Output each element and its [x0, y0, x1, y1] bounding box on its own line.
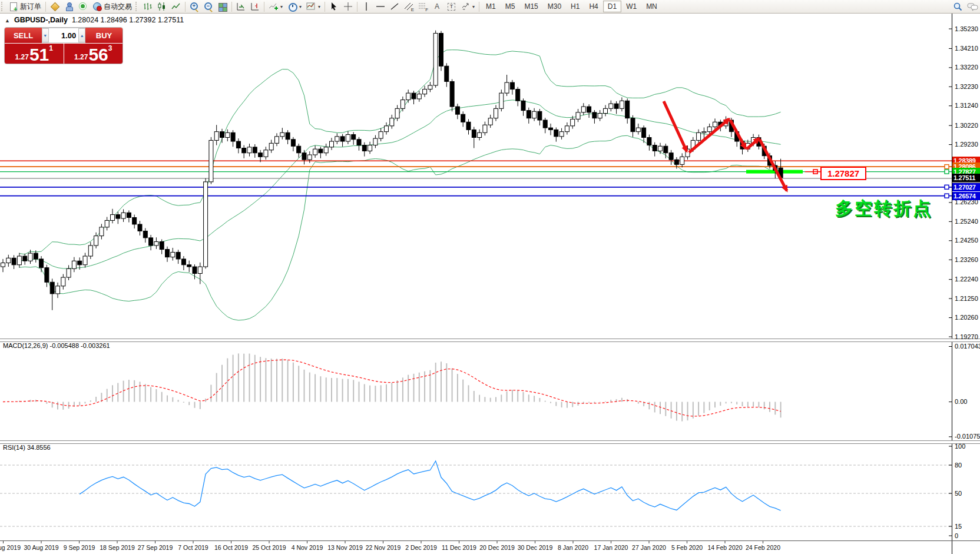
- timeframe-m30[interactable]: M30: [543, 1, 566, 12]
- date-tick-label: 21 Aug 2019: [0, 544, 21, 551]
- candlestick-chart-button[interactable]: [155, 0, 169, 13]
- fibonacci-icon: F: [418, 2, 428, 11]
- separator: [45, 2, 46, 12]
- candle: [83, 256, 87, 265]
- periods-button[interactable]: ▾: [285, 0, 304, 13]
- timeframe-m5[interactable]: M5: [501, 1, 520, 12]
- rsi-tick-label: 100: [955, 443, 965, 450]
- line-handle[interactable]: [945, 194, 949, 198]
- candle: [286, 132, 290, 139]
- date-tick-label: 18 Sep 2019: [100, 544, 135, 551]
- trendline-tool[interactable]: [388, 0, 402, 13]
- candle: [56, 286, 60, 294]
- candle: [133, 217, 137, 224]
- candle: [28, 253, 32, 261]
- buy-price-button[interactable]: 1.27 56 3: [64, 44, 123, 64]
- horizontal-line-tool[interactable]: [373, 0, 388, 13]
- candle: [181, 259, 186, 265]
- chart-shift-button[interactable]: [248, 0, 262, 13]
- mt4-window: + 新订单 自动交易 + − ▾ ▾: [0, 0, 980, 554]
- candle: [330, 141, 334, 147]
- date-tick-label: 30 Aug 2019: [24, 544, 59, 551]
- candle: [187, 265, 191, 267]
- chart-canvas[interactable]: [0, 0, 980, 554]
- zoom-in-button[interactable]: +: [187, 0, 201, 13]
- templates-button[interactable]: ▾: [304, 0, 323, 13]
- candle: [664, 146, 668, 152]
- buy-price-pip: 3: [108, 44, 112, 52]
- auto-trading-button[interactable]: 自动交易: [90, 0, 134, 13]
- candle: [154, 241, 158, 246]
- fibonacci-tool[interactable]: F: [416, 0, 430, 13]
- trend-arrow[interactable]: [689, 119, 729, 152]
- candle: [67, 268, 71, 277]
- candle: [143, 231, 147, 237]
- signals-button[interactable]: [76, 0, 90, 13]
- price-tick-label: 1.33220: [955, 64, 978, 71]
- new-order-button[interactable]: + 新订单: [6, 0, 44, 13]
- trend-arrow[interactable]: [664, 101, 687, 151]
- indicators-add-icon: [269, 2, 278, 11]
- line-handle[interactable]: [945, 185, 949, 189]
- main-toolbar: + 新订单 自动交易 + − ▾ ▾: [0, 0, 980, 14]
- candle: [565, 126, 569, 132]
- indicators-button[interactable]: ▾: [266, 0, 285, 13]
- chart-title: ▲ GBPUSD-,Daily 1.28024 1.28496 1.27392 …: [5, 16, 184, 24]
- chat-icon[interactable]: [967, 2, 976, 11]
- panel-divider-macd[interactable]: [0, 339, 980, 342]
- expert-advisors-button[interactable]: [62, 0, 76, 13]
- line-handle[interactable]: [945, 165, 949, 169]
- price-callout-label[interactable]: 1.27827: [820, 167, 866, 180]
- crosshair-tool-button[interactable]: [341, 0, 355, 13]
- candle: [598, 114, 602, 118]
- date-tick-label: 13 Nov 2019: [327, 544, 363, 551]
- vertical-line-tool[interactable]: [359, 0, 373, 13]
- cursor-tool-button[interactable]: [327, 0, 341, 13]
- timeframe-m15[interactable]: M15: [519, 1, 542, 12]
- trend-arrow[interactable]: [760, 140, 787, 191]
- bar-chart-button[interactable]: [141, 0, 155, 13]
- zoom-out-button[interactable]: −: [201, 0, 216, 13]
- text-label-tool[interactable]: T: [444, 0, 458, 13]
- timeframe-w1[interactable]: W1: [621, 1, 641, 12]
- candle: [242, 148, 246, 153]
- line-handle[interactable]: [945, 170, 949, 174]
- rsi-tick-label: 0: [955, 532, 958, 539]
- timeframe-mn[interactable]: MN: [641, 1, 662, 12]
- search-icon[interactable]: [953, 2, 962, 11]
- timeframe-h4[interactable]: H4: [584, 1, 602, 12]
- sell-price-button[interactable]: 1.27 51 1: [5, 44, 64, 64]
- trend-arrow[interactable]: [730, 120, 746, 148]
- timeframe-toolbar: M1M5M15M30H1H4D1W1MN: [481, 1, 662, 12]
- timeframe-d1[interactable]: D1: [603, 1, 621, 12]
- buy-button[interactable]: BUY: [85, 28, 122, 43]
- candle: [373, 138, 378, 145]
- turning-point-note[interactable]: 多空转折点: [835, 197, 932, 221]
- volume-input[interactable]: [49, 28, 79, 42]
- candle: [483, 125, 487, 132]
- line-chart-button[interactable]: [169, 0, 183, 13]
- sell-price-big: 51: [29, 47, 49, 63]
- candle: [6, 258, 11, 263]
- candle: [160, 241, 164, 249]
- timeframe-h1[interactable]: H1: [566, 1, 584, 12]
- auto-scroll-button[interactable]: [234, 0, 248, 13]
- sell-button[interactable]: SELL: [5, 28, 42, 43]
- arrows-tool[interactable]: ▾: [458, 0, 477, 13]
- macd-tick-label: 0.00: [955, 398, 967, 405]
- candle: [236, 141, 240, 148]
- separator: [264, 2, 264, 12]
- volume-increase-button[interactable]: ▲: [78, 28, 85, 42]
- candle: [559, 132, 564, 137]
- text-tool[interactable]: A: [430, 0, 444, 13]
- candle: [313, 149, 317, 155]
- tile-windows-button[interactable]: [216, 0, 230, 13]
- panel-divider-rsi[interactable]: [0, 440, 980, 444]
- market-watch-button[interactable]: [48, 0, 62, 13]
- equidistant-channel-tool[interactable]: E: [402, 0, 416, 13]
- candle: [324, 147, 328, 153]
- collapse-triangle-icon[interactable]: ▲: [5, 18, 10, 24]
- volume-decrease-button[interactable]: ▼: [42, 28, 49, 42]
- candle: [72, 261, 76, 268]
- timeframe-m1[interactable]: M1: [481, 1, 501, 12]
